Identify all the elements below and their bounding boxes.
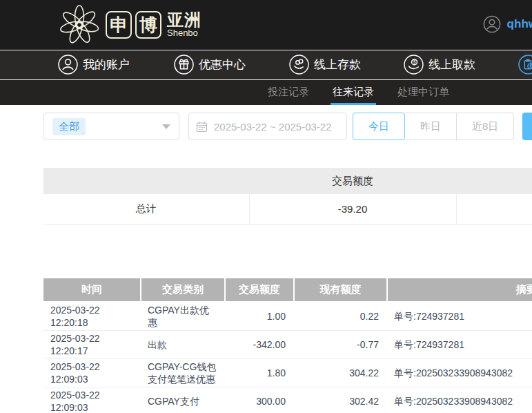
cell-amount: 1.00 (225, 302, 294, 331)
nav-label: 线上存款 (314, 57, 361, 73)
calendar-icon (196, 121, 208, 133)
user-icon (58, 55, 78, 75)
flower-logo-icon (59, 5, 100, 45)
records-subnav: 投注记录 往来记录 处理中订单 (0, 80, 532, 105)
cell-summary: 单号:202503233908943082 (387, 359, 532, 387)
withdraw-coin-icon: $ (404, 55, 424, 75)
summary-total-label: 总计 (43, 194, 249, 224)
cell-amount: 1.80 (225, 359, 294, 387)
summary-header-row: 交易额度 (43, 168, 532, 194)
cell-amount: -342.00 (225, 331, 294, 359)
nav-label: 线上取款 (428, 57, 475, 73)
today-button[interactable]: 今日 (353, 113, 405, 140)
transaction-records-page: 申 博 亚洲 Shenbo qhhw 我的账户 优惠中心 (0, 0, 532, 413)
summary-header-amount: 交易额度 (249, 168, 456, 194)
type-select-value: 全部 (52, 118, 86, 135)
nav-item-promotions[interactable]: 优惠中心 (174, 55, 246, 75)
table-row: 2025-03-22 12:20:18 CGPAY出款优惠 1.00 0.22 … (43, 302, 532, 331)
cell-type: CGPAY-CG钱包支付笔笔送优惠 (141, 359, 225, 387)
username-text: qhhw (507, 17, 532, 31)
cell-balance: 304.22 (294, 359, 387, 387)
tab-transaction-records[interactable]: 往来记录 (331, 80, 376, 105)
date-range-input[interactable]: 2025-03-22 ~ 2025-03-22 (188, 113, 347, 140)
summary-empty-cell (456, 194, 532, 224)
cell-type: CGPAY支付 (141, 387, 225, 413)
col-amount: 交易额度 (225, 278, 294, 302)
col-time: 时间 (43, 278, 141, 302)
nav-item-my-account[interactable]: 我的账户 (58, 55, 130, 75)
cell-type: CGPAY出款优惠 (141, 302, 225, 331)
type-select[interactable]: 全部 (43, 113, 179, 140)
cell-balance: -0.77 (294, 331, 387, 359)
nav-item-online-deposit[interactable]: 线上存款 (289, 55, 361, 75)
nav-label: 优惠中心 (199, 57, 246, 73)
summary-header-empty (43, 168, 249, 194)
main-nav: 我的账户 优惠中心 线上存款 $ 线上取款 (0, 50, 532, 79)
cell-time: 2025-03-22 12:09:03 (43, 359, 141, 387)
records-table: 时间 交易类别 交易额度 现有额度 摘要 2025-03-22 12:20:18… (43, 278, 532, 413)
table-row: 2025-03-22 12:20:17 出款 -342.00 -0.77 单号:… (43, 331, 532, 359)
user-avatar-icon (483, 15, 501, 33)
deposit-coins-icon (289, 55, 309, 75)
brand-logo[interactable]: 申 博 亚洲 Shenbo (59, 4, 201, 46)
summary-total-value: -39.20 (249, 194, 456, 224)
cell-type: 出款 (141, 331, 225, 359)
top-header: 申 博 亚洲 Shenbo qhhw (0, 0, 532, 50)
summary-table: 交易额度 总计 -39.20 (43, 168, 532, 225)
cell-time: 2025-03-22 12:20:17 (43, 331, 141, 359)
search-button[interactable] (522, 113, 532, 140)
filter-bar: 全部 2025-03-22 ~ 2025-03-22 今日 昨日 近8日 (43, 113, 532, 140)
nav-item-online-withdrawal[interactable]: $ 线上取款 (404, 55, 475, 75)
cell-summary: 单号:202503233908943082 (387, 387, 532, 413)
col-type: 交易类别 (141, 278, 225, 302)
table-row: 2025-03-22 12:09:03 CGPAY-CG钱包支付笔笔送优惠 1.… (43, 359, 532, 387)
chevron-down-icon (162, 124, 170, 129)
cell-balance: 0.22 (294, 302, 387, 331)
logo-char-bo: 博 (135, 11, 161, 39)
yesterday-button[interactable]: 昨日 (405, 113, 457, 140)
user-account[interactable]: qhhw (483, 15, 532, 33)
records-header-row: 时间 交易类别 交易额度 现有额度 摘要 (43, 278, 532, 302)
quick-date-buttons: 今日 昨日 近8日 (353, 113, 514, 140)
summary-header-empty (456, 168, 532, 194)
tab-betting-records[interactable]: 投注记录 (266, 80, 311, 105)
col-summary: 摘要 (387, 278, 532, 302)
svg-text:$: $ (413, 59, 416, 64)
date-range-value: 2025-03-22 ~ 2025-03-22 (214, 121, 332, 133)
cell-summary: 单号:724937281 (387, 331, 532, 359)
logo-region-text: 亚洲 (167, 12, 201, 28)
col-balance: 现有额度 (294, 278, 387, 302)
cell-time: 2025-03-22 12:20:18 (43, 302, 141, 331)
logo-subtext: Shenbo (167, 28, 201, 38)
tab-processing-orders[interactable]: 处理中订单 (395, 80, 451, 105)
gift-icon (174, 55, 194, 75)
nav-item-transaction-records[interactable]: 往来记录 (518, 55, 532, 75)
cell-balance: 302.42 (294, 387, 387, 413)
nav-label: 我的账户 (83, 57, 130, 73)
logo-char-shen: 申 (106, 11, 132, 39)
last-8-days-button[interactable]: 近8日 (457, 113, 514, 140)
summary-total-row: 总计 -39.20 (43, 194, 532, 224)
cell-amount: 300.00 (225, 387, 294, 413)
cell-summary: 单号:724937281 (387, 302, 532, 331)
table-row: 2025-03-22 12:09:03 CGPAY支付 300.00 302.4… (43, 387, 532, 413)
records-clipboard-icon (518, 55, 532, 75)
cell-time: 2025-03-22 12:09:03 (43, 387, 141, 413)
